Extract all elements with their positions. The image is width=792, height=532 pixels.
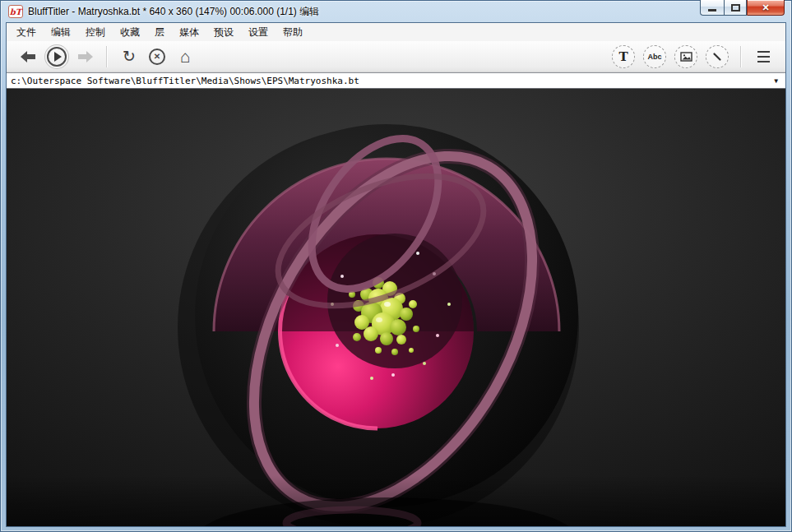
add-paragraph-layer-button[interactable]: Abc — [643, 45, 666, 68]
menu-item-control[interactable]: 控制 — [78, 23, 113, 42]
menu-item-layer[interactable]: 层 — [147, 23, 172, 42]
play-triangle — [54, 52, 62, 62]
cancel-x: ✕ — [154, 52, 160, 61]
client-area: 文件 编辑 控制 收藏 层 媒体 预设 设置 帮助 — [7, 23, 785, 526]
menu-item-edit[interactable]: 编辑 — [44, 23, 78, 42]
home-icon: ⌂ — [180, 48, 191, 65]
menu-item-file[interactable]: 文件 — [9, 23, 44, 42]
reload-button[interactable]: ↻ — [115, 44, 143, 70]
abc-layer-icon: Abc — [647, 53, 661, 61]
menu-item-media[interactable]: 媒体 — [172, 23, 206, 42]
render-viewport[interactable] — [7, 89, 785, 526]
3d-scene — [7, 89, 785, 526]
home-button[interactable]: ⌂ — [171, 44, 199, 70]
toolbar-separator — [106, 46, 108, 67]
titlebar[interactable]: bT BluffTitler - Matryoshka.bt * 640 x 3… — [0, 0, 792, 23]
play-button[interactable] — [43, 44, 71, 70]
show-path-combobox[interactable]: c:\Outerspace Software\BluffTitler\Media… — [7, 72, 785, 89]
add-text-layer-button[interactable]: T — [612, 45, 635, 68]
cancel-button[interactable]: ✕ — [143, 44, 171, 70]
blufftitler-window: bT BluffTitler - Matryoshka.bt * 640 x 3… — [0, 0, 792, 532]
menu-item-settings[interactable]: 设置 — [241, 23, 276, 42]
maximize-icon — [731, 4, 740, 12]
hamburger-icon — [757, 51, 770, 53]
menu-item-favorites[interactable]: 收藏 — [113, 23, 147, 42]
hamburger-bar — [757, 61, 770, 62]
play-icon — [47, 47, 67, 67]
menu-item-help[interactable]: 帮助 — [276, 23, 310, 42]
picture-layer-icon — [680, 52, 692, 62]
add-line-layer-button[interactable] — [706, 45, 729, 68]
line-layer-icon — [711, 51, 723, 62]
add-picture-layer-button[interactable] — [674, 45, 697, 68]
toolbar: ↻ ✕ ⌂ T Abc — [7, 41, 785, 72]
close-icon: ✕ — [762, 2, 769, 13]
back-arrow-icon — [20, 50, 38, 63]
menu-button[interactable] — [749, 44, 777, 70]
dropdown-arrow-icon[interactable]: ▼ — [771, 76, 781, 86]
maximize-button[interactable] — [724, 0, 747, 16]
forward-arrow-icon — [76, 50, 94, 63]
minimize-icon — [708, 9, 716, 12]
window-controls: ✕ — [700, 0, 785, 16]
show-path-value: c:\Outerspace Software\BluffTitler\Media… — [11, 76, 359, 86]
forward-button[interactable] — [71, 44, 99, 70]
close-button[interactable]: ✕ — [747, 0, 785, 16]
refresh-icon: ↻ — [123, 49, 136, 64]
minimize-button[interactable] — [700, 0, 724, 16]
app-icon[interactable]: bT — [8, 5, 23, 18]
window-title: BluffTitler - Matryoshka.bt * 640 x 360 … — [28, 5, 319, 19]
hamburger-bar — [757, 56, 770, 58]
toolbar-separator — [740, 46, 742, 67]
menu-item-presets[interactable]: 预设 — [206, 23, 241, 42]
menubar: 文件 编辑 控制 收藏 层 媒体 预设 设置 帮助 — [7, 23, 785, 41]
cancel-icon: ✕ — [149, 49, 165, 65]
back-button[interactable] — [15, 44, 43, 70]
text-layer-icon: T — [618, 49, 628, 64]
